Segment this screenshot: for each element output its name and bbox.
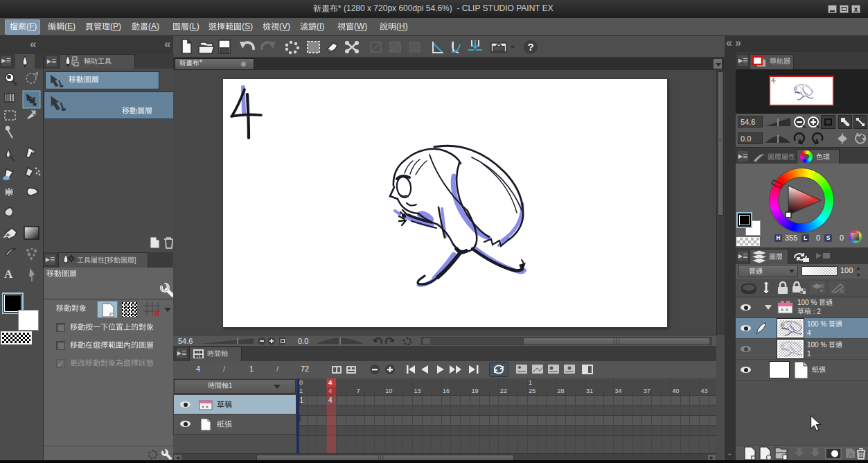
svg-text:7: 7 — [357, 387, 360, 394]
svg-text:16: 16 — [443, 387, 450, 394]
svg-text:19: 19 — [471, 387, 478, 394]
svg-text:0: 0 — [299, 379, 303, 386]
svg-text:22: 22 — [500, 387, 507, 394]
svg-text:10: 10 — [385, 387, 392, 394]
svg-text:40: 40 — [672, 387, 679, 394]
svg-text:34: 34 — [614, 387, 621, 394]
svg-text:37: 37 — [644, 387, 650, 394]
svg-text:31: 31 — [586, 387, 593, 394]
svg-text:43: 43 — [701, 387, 708, 394]
svg-text:1: 1 — [299, 387, 303, 394]
svg-text:?: ? — [527, 41, 533, 53]
svg-text:4: 4 — [328, 378, 333, 386]
svg-text:1: 1 — [529, 379, 532, 386]
svg-text:A: A — [4, 268, 13, 281]
svg-text:25: 25 — [529, 387, 535, 394]
svg-text:4: 4 — [328, 387, 332, 394]
svg-text:13: 13 — [414, 387, 421, 394]
svg-text:4: 4 — [328, 396, 333, 404]
svg-text:28: 28 — [558, 387, 565, 394]
